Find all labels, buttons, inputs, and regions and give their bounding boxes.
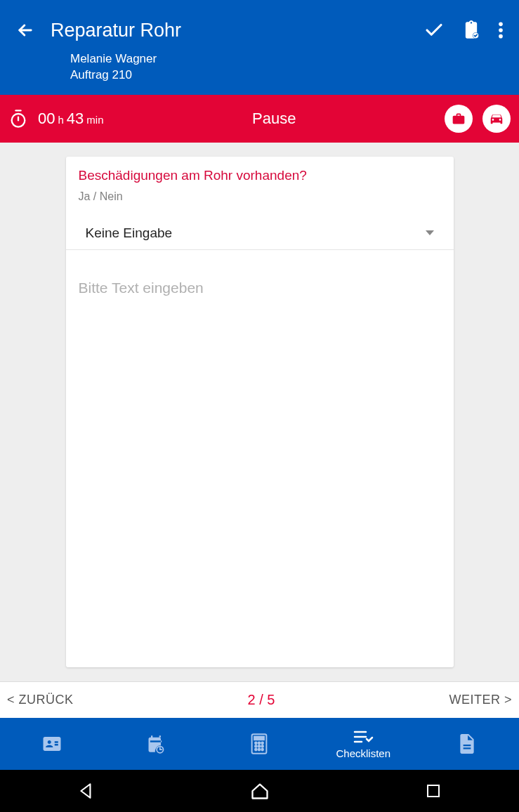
calendar-clock-icon [146, 734, 166, 754]
calculator-icon [251, 733, 268, 754]
stopwatch-icon [8, 109, 28, 129]
tab-calculator[interactable] [208, 718, 312, 770]
tab-document[interactable] [415, 718, 519, 770]
svg-point-3 [499, 34, 503, 39]
content-area: Beschädigungen am Rohr vorhanden? Ja / N… [0, 143, 519, 681]
triangle-back-icon [77, 782, 96, 800]
chevron-down-icon [426, 230, 434, 235]
svg-point-15 [255, 749, 257, 751]
more-vertical-icon [498, 21, 504, 39]
home-outline-icon [250, 781, 270, 801]
tab-checklists-label: Checklisten [336, 747, 391, 759]
timer-display: 00 h 43 min [38, 110, 103, 128]
svg-point-17 [262, 749, 264, 751]
nav-back-button[interactable] [77, 782, 96, 800]
tab-checklists[interactable]: Checklisten [311, 718, 415, 770]
pager-bar: < ZURÜCK 2 / 5 WEITER > [0, 681, 519, 718]
nav-home-button[interactable] [250, 781, 270, 801]
overflow-menu-button[interactable] [498, 21, 504, 39]
briefcase-icon [452, 112, 466, 126]
page-title: Reparatur Rohr [51, 20, 423, 41]
svg-rect-8 [255, 737, 265, 740]
question-card: Beschädigungen am Rohr vorhanden? Ja / N… [66, 157, 454, 667]
svg-point-12 [255, 745, 257, 747]
timer-minutes: 43 [67, 110, 84, 128]
bottom-tab-bar: Checklisten [0, 718, 519, 770]
timer-bar: 00 h 43 min Pause [0, 95, 519, 143]
page-indicator: 2 / 5 [248, 692, 275, 708]
timer-hours: 00 [38, 110, 55, 128]
checklist-icon [353, 729, 374, 745]
clipboard-button[interactable] [461, 20, 481, 40]
briefcase-button[interactable] [445, 105, 473, 133]
app-bar: Reparatur Rohr Melanie Wagner Auftrag 21… [0, 4, 519, 95]
confirm-button[interactable] [423, 20, 445, 41]
contact-card-icon [41, 733, 63, 754]
system-nav-bar [0, 770, 519, 812]
checkmark-icon [423, 20, 445, 41]
svg-rect-18 [428, 785, 439, 797]
timer-minutes-unit: min [86, 114, 103, 126]
next-page-button[interactable]: WEITER > [449, 693, 512, 707]
back-button[interactable] [8, 20, 42, 40]
order-label: Auftrag 210 [70, 67, 511, 84]
svg-point-16 [258, 749, 261, 751]
svg-point-13 [258, 745, 261, 747]
car-button[interactable] [482, 105, 511, 133]
car-icon [489, 111, 504, 126]
question-title: Beschädigungen am Rohr vorhanden? [79, 168, 441, 183]
question-type-hint: Ja / Nein [79, 190, 441, 203]
svg-point-14 [262, 745, 264, 747]
pause-button[interactable]: Pause [103, 110, 445, 128]
arrow-left-icon [15, 20, 35, 40]
svg-point-9 [255, 742, 257, 744]
svg-point-1 [499, 22, 503, 27]
tab-contact[interactable] [0, 718, 104, 770]
svg-point-2 [499, 28, 503, 32]
square-icon [425, 782, 442, 799]
clipboard-check-icon [461, 20, 481, 40]
customer-name: Melanie Wagner [70, 51, 511, 67]
svg-point-11 [262, 742, 264, 744]
answer-select[interactable]: Keine Eingabe [66, 218, 454, 250]
notes-textarea[interactable]: Bitte Text eingeben [66, 250, 454, 667]
timer-hours-unit: h [58, 114, 63, 126]
answer-select-value: Keine Eingabe [86, 225, 173, 241]
back-page-button[interactable]: < ZURÜCK [7, 693, 74, 707]
nav-recents-button[interactable] [425, 782, 442, 799]
svg-point-10 [258, 742, 261, 744]
notes-placeholder: Bitte Text eingeben [79, 280, 441, 296]
tab-schedule[interactable] [104, 718, 208, 770]
document-icon [458, 733, 476, 754]
